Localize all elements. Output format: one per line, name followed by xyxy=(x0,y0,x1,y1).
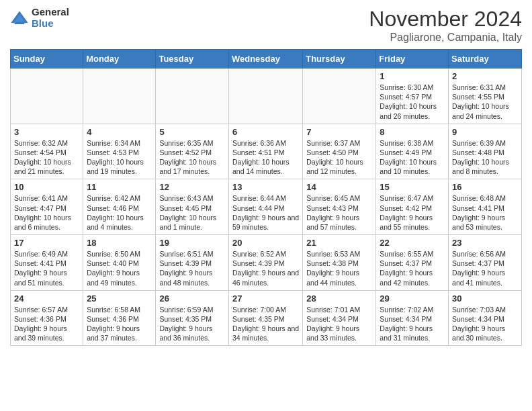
day-info: Sunrise: 6:41 AMSunset: 4:47 PMDaylight:… xyxy=(14,193,79,232)
day-info: Sunrise: 6:44 AMSunset: 4:44 PMDaylight:… xyxy=(232,193,299,232)
logo: General Blue xyxy=(10,7,69,29)
day-info: Sunrise: 6:52 AMSunset: 4:39 PMDaylight:… xyxy=(232,249,299,287)
day-info: Sunrise: 6:42 AMSunset: 4:46 PMDaylight:… xyxy=(87,193,152,232)
day-info: Sunrise: 6:58 AMSunset: 4:36 PMDaylight:… xyxy=(87,305,152,343)
day-number: 10 xyxy=(14,182,79,192)
day-number: 1 xyxy=(380,71,445,81)
day-number: 15 xyxy=(380,182,445,192)
location-title: Pagliarone, Campania, Italy xyxy=(369,32,522,44)
svg-rect-2 xyxy=(15,21,24,24)
calendar-day-cell: 9Sunrise: 6:39 AMSunset: 4:48 PMDaylight… xyxy=(449,124,522,179)
calendar-day-cell: 3Sunrise: 6:32 AMSunset: 4:54 PMDaylight… xyxy=(11,124,83,179)
calendar-day-header: Sunday xyxy=(11,50,83,68)
calendar-day-cell: 27Sunrise: 7:00 AMSunset: 4:35 PMDayligh… xyxy=(228,290,302,346)
calendar-day-cell: 21Sunrise: 6:53 AMSunset: 4:38 PMDayligh… xyxy=(303,235,376,291)
calendar-day-cell: 20Sunrise: 6:52 AMSunset: 4:39 PMDayligh… xyxy=(228,235,302,291)
day-number: 3 xyxy=(14,127,79,137)
calendar-day-cell: 30Sunrise: 7:03 AMSunset: 4:34 PMDayligh… xyxy=(449,290,522,346)
day-number: 13 xyxy=(232,182,299,192)
day-number: 5 xyxy=(159,127,225,137)
day-number: 30 xyxy=(452,293,518,304)
day-info: Sunrise: 7:03 AMSunset: 4:34 PMDaylight:… xyxy=(452,305,518,343)
title-section: November 2024 Pagliarone, Campania, Ital… xyxy=(369,7,522,44)
calendar-day-cell: 7Sunrise: 6:37 AMSunset: 4:50 PMDaylight… xyxy=(303,124,376,179)
day-info: Sunrise: 6:35 AMSunset: 4:52 PMDaylight:… xyxy=(159,138,225,177)
calendar-day-cell xyxy=(303,68,376,124)
day-number: 9 xyxy=(452,127,518,137)
calendar-day-cell: 15Sunrise: 6:47 AMSunset: 4:42 PMDayligh… xyxy=(376,179,449,235)
day-info: Sunrise: 6:38 AMSunset: 4:49 PMDaylight:… xyxy=(380,138,445,177)
day-number: 17 xyxy=(14,238,79,248)
calendar-week-row: 3Sunrise: 6:32 AMSunset: 4:54 PMDaylight… xyxy=(11,124,522,179)
day-info: Sunrise: 6:53 AMSunset: 4:38 PMDaylight:… xyxy=(306,249,372,287)
day-info: Sunrise: 6:47 AMSunset: 4:42 PMDaylight:… xyxy=(380,193,445,232)
calendar-day-cell: 4Sunrise: 6:34 AMSunset: 4:53 PMDaylight… xyxy=(83,124,156,179)
day-number: 25 xyxy=(87,293,152,304)
calendar-day-cell: 28Sunrise: 7:01 AMSunset: 4:34 PMDayligh… xyxy=(303,290,376,346)
calendar-week-row: 10Sunrise: 6:41 AMSunset: 4:47 PMDayligh… xyxy=(11,179,522,235)
day-number: 18 xyxy=(87,238,152,248)
day-info: Sunrise: 6:59 AMSunset: 4:35 PMDaylight:… xyxy=(159,305,225,343)
calendar-day-cell: 6Sunrise: 6:36 AMSunset: 4:51 PMDaylight… xyxy=(228,124,302,179)
day-number: 11 xyxy=(87,182,152,192)
day-number: 27 xyxy=(232,293,299,304)
day-number: 29 xyxy=(380,293,445,304)
day-info: Sunrise: 6:55 AMSunset: 4:37 PMDaylight:… xyxy=(380,249,445,287)
day-info: Sunrise: 6:30 AMSunset: 4:57 PMDaylight:… xyxy=(380,83,445,121)
day-info: Sunrise: 7:01 AMSunset: 4:34 PMDaylight:… xyxy=(306,305,372,343)
day-info: Sunrise: 6:56 AMSunset: 4:37 PMDaylight:… xyxy=(452,249,518,287)
day-number: 26 xyxy=(159,293,225,304)
calendar-day-cell: 5Sunrise: 6:35 AMSunset: 4:52 PMDaylight… xyxy=(156,124,229,179)
calendar-week-row: 24Sunrise: 6:57 AMSunset: 4:36 PMDayligh… xyxy=(11,290,522,346)
calendar-day-cell: 22Sunrise: 6:55 AMSunset: 4:37 PMDayligh… xyxy=(376,235,449,291)
day-info: Sunrise: 6:36 AMSunset: 4:51 PMDaylight:… xyxy=(232,138,299,177)
calendar-day-cell xyxy=(156,68,229,124)
day-info: Sunrise: 6:34 AMSunset: 4:53 PMDaylight:… xyxy=(87,138,152,177)
day-number: 12 xyxy=(159,182,225,192)
calendar-day-header: Thursday xyxy=(303,50,376,68)
day-number: 7 xyxy=(306,127,372,137)
day-info: Sunrise: 7:00 AMSunset: 4:35 PMDaylight:… xyxy=(232,305,299,343)
logo-blue-text: Blue xyxy=(32,18,69,30)
calendar-day-cell: 29Sunrise: 7:02 AMSunset: 4:34 PMDayligh… xyxy=(376,290,449,346)
calendar-day-cell: 26Sunrise: 6:59 AMSunset: 4:35 PMDayligh… xyxy=(156,290,229,346)
day-info: Sunrise: 6:39 AMSunset: 4:48 PMDaylight:… xyxy=(452,138,518,177)
day-number: 28 xyxy=(306,293,372,304)
day-info: Sunrise: 6:50 AMSunset: 4:40 PMDaylight:… xyxy=(87,249,152,287)
day-info: Sunrise: 6:51 AMSunset: 4:39 PMDaylight:… xyxy=(159,249,225,287)
calendar-day-cell: 16Sunrise: 6:48 AMSunset: 4:41 PMDayligh… xyxy=(449,179,522,235)
calendar-day-cell: 10Sunrise: 6:41 AMSunset: 4:47 PMDayligh… xyxy=(11,179,83,235)
calendar-day-cell xyxy=(11,68,83,124)
day-info: Sunrise: 6:48 AMSunset: 4:41 PMDaylight:… xyxy=(452,193,518,232)
day-info: Sunrise: 6:57 AMSunset: 4:36 PMDaylight:… xyxy=(14,305,79,343)
day-info: Sunrise: 6:32 AMSunset: 4:54 PMDaylight:… xyxy=(14,138,79,177)
day-number: 23 xyxy=(452,238,518,248)
calendar: SundayMondayTuesdayWednesdayThursdayFrid… xyxy=(10,49,522,346)
calendar-week-row: 17Sunrise: 6:49 AMSunset: 4:41 PMDayligh… xyxy=(11,235,522,291)
page: General Blue November 2024 Pagliarone, C… xyxy=(0,0,532,411)
calendar-day-cell: 23Sunrise: 6:56 AMSunset: 4:37 PMDayligh… xyxy=(449,235,522,291)
calendar-day-cell: 14Sunrise: 6:45 AMSunset: 4:43 PMDayligh… xyxy=(303,179,376,235)
calendar-day-cell: 8Sunrise: 6:38 AMSunset: 4:49 PMDaylight… xyxy=(376,124,449,179)
logo-general-text: General xyxy=(32,7,69,18)
calendar-day-cell: 11Sunrise: 6:42 AMSunset: 4:46 PMDayligh… xyxy=(83,179,156,235)
month-title: November 2024 xyxy=(369,7,522,32)
calendar-day-cell xyxy=(228,68,302,124)
day-number: 22 xyxy=(380,238,445,248)
day-number: 6 xyxy=(232,127,299,137)
calendar-day-cell: 2Sunrise: 6:31 AMSunset: 4:55 PMDaylight… xyxy=(449,68,522,124)
calendar-day-header: Saturday xyxy=(449,50,522,68)
calendar-day-cell: 17Sunrise: 6:49 AMSunset: 4:41 PMDayligh… xyxy=(11,235,83,291)
day-number: 4 xyxy=(87,127,152,137)
calendar-day-cell: 24Sunrise: 6:57 AMSunset: 4:36 PMDayligh… xyxy=(11,290,83,346)
calendar-day-cell xyxy=(83,68,156,124)
day-number: 21 xyxy=(306,238,372,248)
day-info: Sunrise: 7:02 AMSunset: 4:34 PMDaylight:… xyxy=(380,305,445,343)
logo-icon xyxy=(10,9,29,28)
header: General Blue November 2024 Pagliarone, C… xyxy=(10,7,522,44)
day-number: 8 xyxy=(380,127,445,137)
calendar-day-header: Wednesday xyxy=(228,50,302,68)
day-number: 16 xyxy=(452,182,518,192)
calendar-day-header: Tuesday xyxy=(156,50,229,68)
calendar-day-header: Friday xyxy=(376,50,449,68)
